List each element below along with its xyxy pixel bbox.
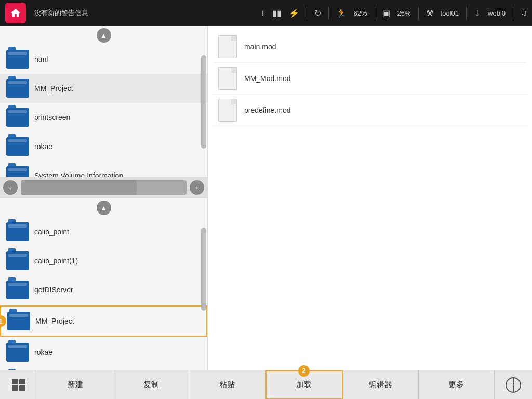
load-button[interactable]: 2 加载 (265, 370, 343, 400)
path-bar (21, 180, 187, 195)
music-icon[interactable]: ♫ (521, 8, 527, 18)
folder-name-mmproject-top: MM_Project (34, 84, 73, 92)
copy-label: 复制 (143, 380, 159, 390)
folder-icon-getdiserver (6, 281, 29, 299)
file-name-mainmod: main.mod (244, 43, 276, 51)
more-label: 更多 (448, 380, 464, 390)
topbar-icons: ↓ ▮▮ ⚡ ↻ 🏃 62% ▣ 26% ⚒ tool01 ⤓ wobj0 ♫ (261, 7, 527, 19)
top-folder-list: html MM_Project printscreen (0, 45, 207, 177)
monitor-icon[interactable]: ▣ (382, 8, 390, 18)
folder-icon-sysvolinfo (6, 166, 29, 177)
folder-name-rokae-top: rokae (34, 142, 52, 151)
folder-item-singletask3[interactable]: singleTask3 (0, 367, 207, 370)
editor-button[interactable]: 编辑器 (343, 370, 419, 400)
folder-name-mmproject-bottom: MM_Project (35, 317, 74, 325)
left-panel: ▲ html MM_Projec (0, 26, 208, 370)
file-icon-mmmod (218, 67, 237, 90)
up-arrow-btn[interactable]: ▲ (97, 28, 111, 43)
file-name-predefine: predefine.mod (244, 106, 291, 114)
folder-item-rokae-bottom[interactable]: rokae (0, 338, 207, 367)
divider3 (375, 7, 375, 19)
globe-icon (506, 377, 521, 393)
stat2-value: 26% (397, 9, 411, 17)
folder-icon-rokae-bottom (6, 343, 29, 362)
folder-item-calibpoint[interactable]: calib_point (0, 217, 207, 246)
paste-button[interactable]: 粘贴 (189, 370, 265, 400)
folder-icon-html (6, 50, 29, 69)
folder-name-getdiserver: getDIServer (34, 286, 73, 294)
new-label: 新建 (68, 380, 83, 390)
top-file-browser: ▲ html MM_Projec (0, 26, 207, 177)
divider4 (418, 7, 419, 19)
alert-text: 没有新的警告信息 (34, 8, 257, 18)
badge1: 1 (0, 315, 6, 327)
badge2: 2 (298, 365, 310, 377)
loop-icon[interactable]: ↻ (314, 8, 321, 18)
topbar: 没有新的警告信息 ↓ ▮▮ ⚡ ↻ 🏃 62% ▣ 26% ⚒ tool01 ⤓… (0, 0, 532, 26)
bottom-folder-list: calib_point calib_point(1) g (0, 217, 207, 370)
download-icon[interactable]: ↓ (261, 8, 265, 18)
stat1-value: 62% (354, 9, 367, 17)
top-scroll-thumb[interactable] (201, 55, 206, 149)
pause-icon[interactable]: ▮▮ (272, 8, 282, 18)
panel-grid-icon (12, 379, 25, 391)
divider5 (466, 7, 467, 19)
tool-label: tool01 (441, 9, 459, 17)
folder-icon-mmproject-bottom (7, 312, 30, 330)
divider2 (328, 7, 329, 19)
bottom-scroll-thumb[interactable] (201, 228, 206, 311)
right-panel: main.mod MM_Mod.mod predefine.mod (208, 26, 532, 370)
load-label: 加载 (296, 380, 312, 390)
walk-icon[interactable]: 🏃 (336, 8, 347, 18)
folder-item-html[interactable]: html (0, 45, 207, 74)
folder-item-sysvolinfo[interactable]: System Volume Information (0, 161, 207, 177)
folder-item-calibpoint1[interactable]: calib_point(1) (0, 246, 207, 275)
file-item-predefine[interactable]: predefine.mod (213, 95, 527, 126)
folder-item-printscreen[interactable]: printscreen (0, 103, 207, 132)
file-item-mmmod[interactable]: MM_Mod.mod (213, 63, 527, 95)
folder-name-calibpoint1: calib_point(1) (34, 257, 78, 265)
bottom-up-nav[interactable]: ▲ (0, 198, 207, 217)
wrench-icon[interactable]: ⚒ (426, 8, 433, 18)
more-button[interactable]: 更多 (419, 370, 495, 400)
main-area: ▲ html MM_Projec (0, 26, 532, 370)
folder-icon-mmproject-top (6, 79, 29, 98)
new-button[interactable]: 新建 (37, 370, 113, 400)
divider6 (513, 7, 513, 19)
path-nav: ‹ › (0, 177, 207, 198)
home-button[interactable] (5, 3, 26, 23)
file-list: main.mod MM_Mod.mod predefine.mod (213, 31, 527, 126)
stat2: 26% (397, 9, 411, 17)
editor-label: 编辑器 (369, 380, 392, 390)
folder-icon-calibpoint1 (6, 251, 29, 270)
path-forward-btn[interactable]: › (190, 180, 204, 195)
up-arrow-btn-bottom[interactable]: ▲ (97, 201, 111, 215)
paste-label: 粘贴 (219, 380, 235, 390)
robot-icon[interactable]: ⤓ (474, 8, 481, 18)
file-icon-predefine (218, 99, 237, 122)
folder-name-calibpoint: calib_point (34, 228, 69, 236)
folder-item-mmproject-top[interactable]: MM_Project (0, 74, 207, 103)
folder-icon-calibpoint (6, 222, 29, 241)
divider1 (307, 7, 307, 19)
file-icon-mainmod (218, 35, 237, 58)
folder-name-printscreen: printscreen (34, 113, 70, 122)
file-name-mmmod: MM_Mod.mod (244, 74, 290, 83)
folder-name-sysvolinfo: System Volume Information (34, 171, 123, 177)
folder-item-rokae-top[interactable]: rokae (0, 132, 207, 161)
lightning-icon[interactable]: ⚡ (289, 8, 299, 18)
folder-item-getdiserver[interactable]: getDIServer (0, 275, 207, 304)
folder-icon-rokae-top (6, 137, 29, 156)
globe-button[interactable] (495, 370, 532, 400)
copy-button[interactable]: 复制 (113, 370, 189, 400)
folder-icon-printscreen (6, 108, 29, 127)
file-item-mainmod[interactable]: main.mod (213, 31, 527, 63)
panel-toggle-button[interactable] (0, 370, 37, 400)
folder-item-mmproject-bottom[interactable]: 1 MM_Project (0, 305, 207, 337)
toolbar: 新建 复制 粘贴 2 加载 编辑器 更多 (0, 370, 532, 399)
path-back-btn[interactable]: ‹ (3, 180, 18, 195)
wobj-label: wobj0 (488, 9, 506, 17)
folder-name-rokae-bottom: rokae (34, 348, 52, 356)
top-up-nav[interactable]: ▲ (0, 26, 207, 45)
bottom-file-browser: ▲ calib_point ca (0, 198, 207, 370)
